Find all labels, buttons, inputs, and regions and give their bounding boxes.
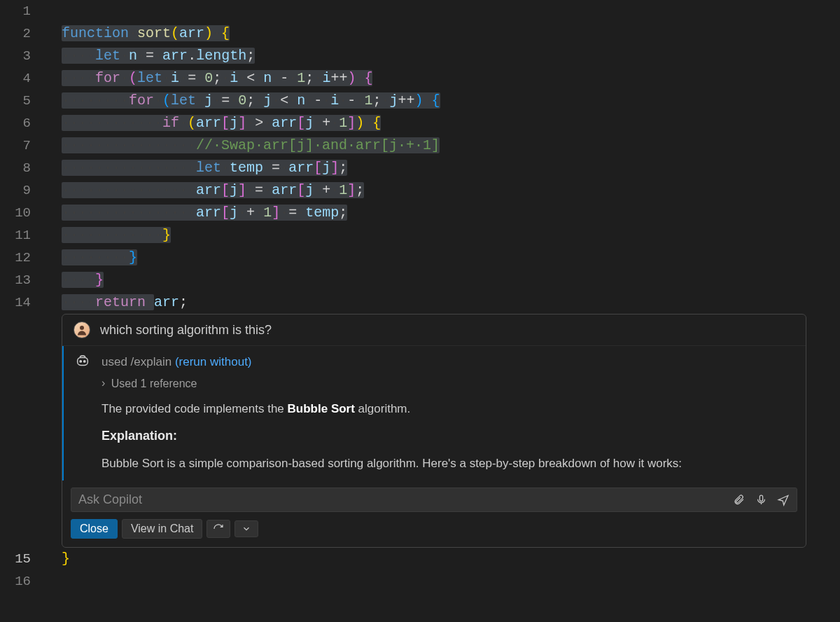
code-line: ················arr[j]·=·arr[j·+·1]; bbox=[48, 179, 364, 202]
svg-rect-4 bbox=[760, 495, 762, 502]
copilot-icon bbox=[75, 353, 92, 370]
code-line: ····} bbox=[48, 269, 104, 291]
rerun-without-link[interactable]: (rerun without) bbox=[175, 355, 252, 368]
svg-point-3 bbox=[84, 361, 85, 362]
code-editor-continued[interactable]: 15 } 16 bbox=[0, 548, 840, 593]
user-question-text: which sorting algorithm is this? bbox=[100, 323, 272, 338]
line-number: 10 bbox=[0, 202, 48, 224]
regenerate-button[interactable] bbox=[206, 520, 230, 538]
code-line: ········for·(let·j·=·0;·j·<·n·-·i·-·1;·j… bbox=[48, 90, 440, 112]
chat-input-placeholder: Ask Copilot bbox=[78, 492, 722, 507]
line-number: 7 bbox=[0, 134, 48, 157]
code-line: ················//·Swap·arr[j]·and·arr[j… bbox=[48, 134, 440, 157]
code-line bbox=[48, 0, 62, 22]
references-label: Used 1 reference bbox=[111, 378, 197, 389]
assistant-used-label: used /explain bbox=[102, 355, 172, 368]
code-line: ············if·(arr[j]·>·arr[j·+·1])·{ bbox=[48, 112, 381, 134]
code-line: function·sort(arr)·{ bbox=[48, 22, 230, 45]
assistant-paragraph: Bubble Sort is a simple comparison-based… bbox=[102, 455, 794, 476]
inline-chat-panel: which sorting algorithm is this? used /e… bbox=[62, 314, 806, 548]
user-avatar-icon bbox=[74, 322, 90, 338]
line-number: 13 bbox=[0, 269, 48, 291]
references-toggle[interactable]: › Used 1 reference bbox=[102, 371, 794, 400]
svg-rect-1 bbox=[78, 357, 88, 365]
code-line: ····for·(let·i·=·0;·i·<·n·-·1;·i++)·{ bbox=[48, 67, 372, 90]
code-line: ········} bbox=[48, 247, 137, 269]
code-line bbox=[48, 570, 62, 593]
code-line: ············} bbox=[48, 224, 171, 247]
line-number: 1 bbox=[0, 0, 48, 22]
assistant-heading: Explanation: bbox=[102, 427, 794, 455]
code-editor[interactable]: 1 2 function·sort(arr)·{ 3 ····let·n·=·a… bbox=[0, 0, 840, 314]
line-number: 11 bbox=[0, 224, 48, 247]
line-number: 3 bbox=[0, 45, 48, 67]
microphone-icon[interactable] bbox=[755, 494, 767, 506]
code-line: ················let·temp·=·arr[j]; bbox=[48, 157, 347, 179]
chevron-down-icon bbox=[241, 524, 251, 534]
svg-point-2 bbox=[80, 361, 81, 362]
chat-assistant-message: used /explain (rerun without) › Used 1 r… bbox=[62, 346, 806, 481]
code-line: ················arr[j·+·1]·=·temp; bbox=[48, 202, 347, 224]
code-line: ····let·n·=·arr.length; bbox=[48, 45, 255, 67]
svg-point-0 bbox=[80, 326, 84, 330]
refresh-icon bbox=[213, 523, 224, 534]
line-number: 9 bbox=[0, 179, 48, 202]
chevron-right-icon: › bbox=[102, 375, 105, 392]
line-number: 14 bbox=[0, 291, 48, 314]
line-number: 12 bbox=[0, 247, 48, 269]
line-number: 8 bbox=[0, 157, 48, 179]
more-options-button[interactable] bbox=[234, 520, 258, 537]
line-number: 15 bbox=[0, 548, 48, 570]
code-line: ····return·arr; bbox=[48, 291, 188, 314]
assistant-paragraph: The provided code implements the Bubble … bbox=[102, 400, 794, 427]
line-number: 5 bbox=[0, 90, 48, 112]
chat-input[interactable]: Ask Copilot bbox=[71, 488, 797, 512]
line-number: 2 bbox=[0, 22, 48, 45]
chat-user-message: which sorting algorithm is this? bbox=[62, 315, 806, 346]
attach-icon[interactable] bbox=[732, 494, 745, 506]
code-line: } bbox=[48, 548, 70, 570]
line-number: 6 bbox=[0, 112, 48, 134]
line-number: 4 bbox=[0, 67, 48, 90]
close-button[interactable]: Close bbox=[71, 519, 118, 539]
line-number: 16 bbox=[0, 570, 48, 593]
send-icon[interactable] bbox=[777, 494, 790, 506]
view-in-chat-button[interactable]: View in Chat bbox=[122, 519, 203, 539]
